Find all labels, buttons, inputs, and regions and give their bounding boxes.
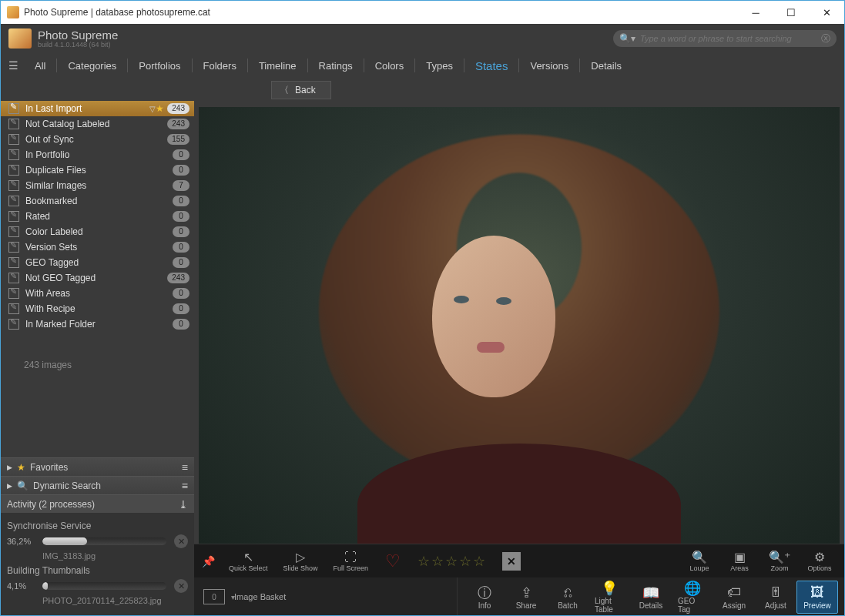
activity-label: Activity (2 processes): [7, 499, 95, 510]
preview-button[interactable]: 🖼Preview: [796, 581, 838, 614]
checkbox-icon: [8, 165, 19, 176]
tab-timeline[interactable]: Timeline: [248, 53, 307, 78]
geo-tag-button[interactable]: 🌐GEO Tag: [672, 577, 713, 616]
state-geo-tagged[interactable]: GEO Tagged0: [1, 255, 194, 270]
batch-button[interactable]: ⎌Batch: [547, 581, 588, 613]
checkbox-icon: [8, 134, 19, 145]
chevron-left-icon: 〈: [280, 84, 289, 97]
tab-types[interactable]: Types: [415, 53, 464, 78]
globe-icon: 🌐: [684, 580, 701, 597]
sidebar: In Last Import ▽ ★ 243 Not Catalog Label…: [1, 78, 194, 616]
hamburger-button[interactable]: ☰: [2, 53, 24, 78]
window-title: Photo Supreme | database photosupreme.ca…: [24, 7, 738, 18]
cursor-icon: ↖: [243, 551, 253, 564]
expand-icon: ▶: [7, 482, 12, 490]
checkbox-icon: [8, 149, 19, 160]
state-in-last-import[interactable]: In Last Import ▽ ★ 243: [1, 101, 194, 116]
share-button[interactable]: ⇪Share: [505, 581, 547, 613]
info-button[interactable]: ⓘInfo: [464, 581, 505, 613]
panel-menu-icon[interactable]: ≡: [182, 480, 188, 492]
task-file: PHOTO_20170114_225823.jpg: [42, 596, 188, 605]
state-not-geo-tagged[interactable]: Not GEO Tagged243: [1, 270, 194, 286]
image-icon: 🖼: [810, 584, 824, 601]
app-header: Photo Supreme build 4.1.0.1448 (64 bit) …: [1, 24, 844, 53]
slideshow-button[interactable]: ▷Slide Show: [279, 549, 323, 574]
light-table-button[interactable]: 💡Light Table: [588, 577, 630, 616]
dropdown-icon[interactable]: ▽: [149, 105, 156, 113]
logo-icon: [8, 28, 32, 49]
bottom-toolbar: 0 Image Basket ⓘInfo ⇪Share ⎌Batch 💡Ligh…: [194, 578, 844, 616]
star-3[interactable]: ☆: [445, 553, 458, 570]
image-preview[interactable]: [199, 107, 840, 544]
zoom-button[interactable]: 🔍⁺Zoom: [763, 549, 796, 574]
areas-button[interactable]: ▣Areas: [723, 549, 756, 574]
tab-categories[interactable]: Categories: [57, 53, 127, 78]
book-icon: 📖: [642, 584, 659, 601]
rating-stars[interactable]: ☆ ☆ ☆ ☆ ☆: [413, 553, 490, 570]
image-basket[interactable]: 0 Image Basket: [194, 578, 458, 616]
dynamic-search-panel-header[interactable]: ▶ 🔍 Dynamic Search ≡: [1, 476, 194, 494]
states-list: In Last Import ▽ ★ 243 Not Catalog Label…: [1, 101, 194, 332]
star-5[interactable]: ☆: [473, 553, 485, 570]
state-with-recipe[interactable]: With Recipe0: [1, 301, 194, 316]
checkbox-icon: [8, 288, 19, 299]
close-button[interactable]: ✕: [809, 1, 844, 24]
state-bookmarked[interactable]: Bookmarked0: [1, 193, 194, 209]
tab-portfolios[interactable]: Portfolios: [128, 53, 191, 78]
adjust-button[interactable]: 🎚Adjust: [755, 581, 796, 613]
maximize-button[interactable]: ☐: [773, 1, 809, 24]
quick-select-button[interactable]: ↖Quick Select: [224, 549, 273, 574]
state-out-of-sync[interactable]: Out of Sync155: [1, 132, 194, 147]
fullscreen-button[interactable]: ⛶Full Screen: [329, 549, 374, 574]
search-field[interactable]: 🔍▾ ⓧ: [613, 30, 837, 47]
star-2[interactable]: ☆: [431, 553, 444, 570]
app-icon: [7, 6, 19, 18]
state-not-catalog-labeled[interactable]: Not Catalog Labeled243: [1, 116, 194, 132]
batch-icon: ⎌: [564, 584, 572, 601]
favorite-heart-icon[interactable]: ♡: [379, 551, 407, 571]
progress-bar: [42, 537, 166, 545]
state-duplicate-files[interactable]: Duplicate Files0: [1, 162, 194, 178]
task-percent: 36,2%: [7, 537, 35, 546]
search-input[interactable]: [640, 34, 821, 43]
checkbox-icon: [8, 242, 19, 253]
loupe-button[interactable]: 🔍Loupe: [682, 549, 716, 574]
checkbox-icon: [8, 119, 19, 129]
basket-label: Image Basket: [234, 592, 286, 601]
tab-all[interactable]: All: [24, 53, 56, 78]
state-similar-images[interactable]: Similar Images7: [1, 178, 194, 193]
search-clear-icon[interactable]: ⓧ: [821, 32, 830, 45]
tab-details[interactable]: Details: [580, 53, 632, 78]
checkbox-icon: [8, 319, 19, 330]
cancel-task-button[interactable]: ✕: [174, 579, 188, 593]
star-1[interactable]: ☆: [417, 553, 430, 570]
tab-states[interactable]: States: [464, 53, 519, 78]
tab-versions[interactable]: Versions: [519, 53, 579, 78]
checkbox-icon: [8, 180, 19, 191]
pin-icon[interactable]: 📌: [202, 555, 215, 567]
state-version-sets[interactable]: Version Sets0: [1, 239, 194, 255]
cancel-task-button[interactable]: ✕: [174, 534, 188, 548]
gear-icon: ⚙: [814, 551, 825, 564]
activity-panel-header[interactable]: Activity (2 processes) ⤓: [1, 494, 194, 513]
state-in-portfolio[interactable]: In Portfolio0: [1, 147, 194, 162]
tab-folders[interactable]: Folders: [193, 53, 247, 78]
star-4[interactable]: ☆: [459, 553, 471, 570]
minimize-button[interactable]: ─: [738, 1, 773, 24]
favorites-panel-header[interactable]: ▶ ★ Favorites ≡: [1, 457, 194, 476]
collapse-icon[interactable]: ⤓: [179, 498, 188, 511]
options-button[interactable]: ⚙Options: [803, 549, 837, 574]
panel-menu-icon[interactable]: ≡: [182, 461, 188, 474]
state-rated[interactable]: Rated0: [1, 209, 194, 224]
tab-ratings[interactable]: Ratings: [308, 53, 364, 78]
assign-button[interactable]: 🏷Assign: [713, 581, 755, 613]
state-in-marked-folder[interactable]: In Marked Folder0: [1, 316, 194, 332]
state-with-areas[interactable]: With Areas0: [1, 286, 194, 301]
activity-panel: Synchronise Service 36,2% ✕ IMG_3183.jpg…: [1, 513, 194, 616]
nav-tabs: ☰ All Categories Portfolios Folders Time…: [1, 53, 844, 78]
back-button[interactable]: 〈 Back: [271, 81, 331, 99]
reject-button[interactable]: ✕: [502, 552, 521, 571]
state-color-labeled[interactable]: Color Labeled0: [1, 224, 194, 239]
tab-colors[interactable]: Colors: [364, 53, 415, 78]
details-button[interactable]: 📖Details: [630, 581, 672, 613]
